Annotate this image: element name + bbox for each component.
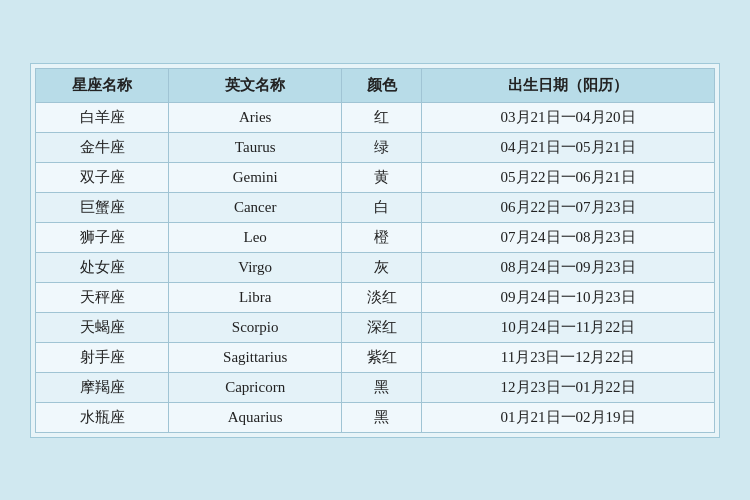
cell-color: 灰: [342, 252, 422, 282]
cell-color: 黄: [342, 162, 422, 192]
table-row: 射手座Sagittarius紫红11月23日一12月22日: [36, 342, 715, 372]
table-header-row: 星座名称 英文名称 颜色 出生日期（阳历）: [36, 68, 715, 102]
cell-english-name: Leo: [169, 222, 342, 252]
cell-date: 11月23日一12月22日: [422, 342, 715, 372]
cell-date: 10月24日一11月22日: [422, 312, 715, 342]
cell-color: 深红: [342, 312, 422, 342]
cell-color: 淡红: [342, 282, 422, 312]
zodiac-table: 星座名称 英文名称 颜色 出生日期（阳历） 白羊座Aries红03月21日一04…: [35, 68, 715, 433]
header-chinese-name: 星座名称: [36, 68, 169, 102]
cell-chinese-name: 巨蟹座: [36, 192, 169, 222]
cell-date: 04月21日一05月21日: [422, 132, 715, 162]
cell-date: 12月23日一01月22日: [422, 372, 715, 402]
cell-date: 09月24日一10月23日: [422, 282, 715, 312]
cell-chinese-name: 摩羯座: [36, 372, 169, 402]
cell-color: 白: [342, 192, 422, 222]
table-row: 白羊座Aries红03月21日一04月20日: [36, 102, 715, 132]
cell-english-name: Sagittarius: [169, 342, 342, 372]
header-date: 出生日期（阳历）: [422, 68, 715, 102]
cell-english-name: Capricorn: [169, 372, 342, 402]
cell-color: 红: [342, 102, 422, 132]
cell-english-name: Aries: [169, 102, 342, 132]
cell-chinese-name: 水瓶座: [36, 402, 169, 432]
cell-english-name: Cancer: [169, 192, 342, 222]
cell-color: 橙: [342, 222, 422, 252]
table-row: 摩羯座Capricorn黑12月23日一01月22日: [36, 372, 715, 402]
cell-color: 黑: [342, 402, 422, 432]
table-row: 天秤座Libra淡红09月24日一10月23日: [36, 282, 715, 312]
table-row: 处女座Virgo灰08月24日一09月23日: [36, 252, 715, 282]
cell-chinese-name: 处女座: [36, 252, 169, 282]
table-row: 天蝎座Scorpio深红10月24日一11月22日: [36, 312, 715, 342]
cell-english-name: Gemini: [169, 162, 342, 192]
table-row: 金牛座Taurus绿04月21日一05月21日: [36, 132, 715, 162]
header-english-name: 英文名称: [169, 68, 342, 102]
table-row: 巨蟹座Cancer白06月22日一07月23日: [36, 192, 715, 222]
zodiac-table-container: 星座名称 英文名称 颜色 出生日期（阳历） 白羊座Aries红03月21日一04…: [30, 63, 720, 438]
cell-chinese-name: 狮子座: [36, 222, 169, 252]
cell-english-name: Libra: [169, 282, 342, 312]
cell-english-name: Virgo: [169, 252, 342, 282]
cell-chinese-name: 天秤座: [36, 282, 169, 312]
cell-english-name: Taurus: [169, 132, 342, 162]
cell-date: 03月21日一04月20日: [422, 102, 715, 132]
cell-color: 绿: [342, 132, 422, 162]
cell-date: 07月24日一08月23日: [422, 222, 715, 252]
cell-chinese-name: 金牛座: [36, 132, 169, 162]
table-row: 水瓶座Aquarius黑01月21日一02月19日: [36, 402, 715, 432]
cell-chinese-name: 天蝎座: [36, 312, 169, 342]
cell-color: 紫红: [342, 342, 422, 372]
cell-english-name: Scorpio: [169, 312, 342, 342]
cell-chinese-name: 双子座: [36, 162, 169, 192]
cell-chinese-name: 射手座: [36, 342, 169, 372]
cell-english-name: Aquarius: [169, 402, 342, 432]
cell-chinese-name: 白羊座: [36, 102, 169, 132]
table-row: 狮子座Leo橙07月24日一08月23日: [36, 222, 715, 252]
cell-date: 05月22日一06月21日: [422, 162, 715, 192]
cell-date: 01月21日一02月19日: [422, 402, 715, 432]
table-row: 双子座Gemini黄05月22日一06月21日: [36, 162, 715, 192]
cell-date: 06月22日一07月23日: [422, 192, 715, 222]
cell-color: 黑: [342, 372, 422, 402]
header-color: 颜色: [342, 68, 422, 102]
cell-date: 08月24日一09月23日: [422, 252, 715, 282]
